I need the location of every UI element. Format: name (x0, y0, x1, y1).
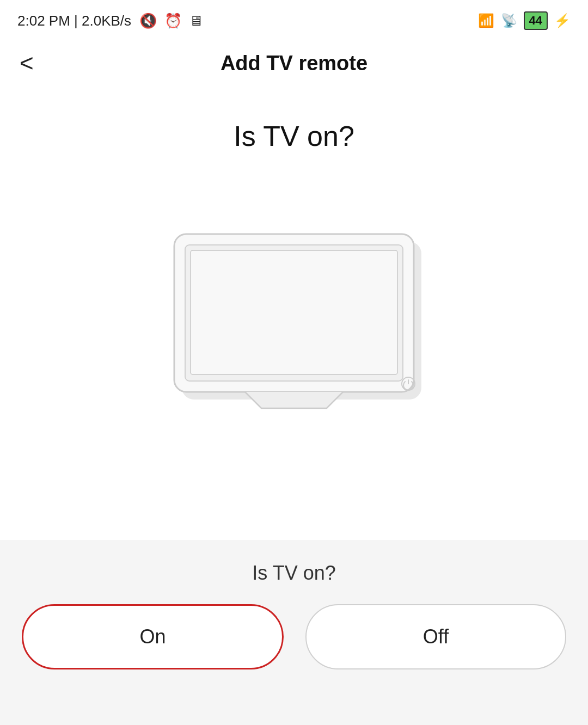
network-speed: | (74, 13, 82, 29)
main-content: Is TV on? (0, 87, 588, 419)
charging-icon: ⚡ (554, 13, 571, 28)
off-button[interactable]: Off (305, 604, 566, 669)
signal-icon: 📶 (478, 13, 494, 28)
battery-display: 44 (524, 11, 548, 30)
on-button[interactable]: On (22, 604, 284, 669)
svg-rect-3 (191, 250, 397, 374)
page-header: < Add TV remote (0, 39, 588, 87)
status-time-network: 2:02 PM | 2.0KB/s 🔇 ⏰ 🖥 (17, 13, 203, 29)
tv-svg (142, 191, 446, 419)
page-title: Add TV remote (220, 52, 367, 75)
status-bar: 2:02 PM | 2.0KB/s 🔇 ⏰ 🖥 📶 📡 44 ⚡ (0, 0, 588, 39)
choice-buttons-row: On Off (22, 604, 566, 669)
tv-illustration (142, 191, 446, 419)
screen-icon: 🖥 (189, 13, 203, 29)
wifi-icon: 📡 (501, 13, 517, 28)
network-speed-value: 2.0KB/s (82, 13, 131, 29)
mute-icon: 🔇 (139, 13, 157, 29)
time-display: 2:02 PM (17, 13, 70, 29)
status-right-icons: 📶 📡 44 ⚡ (478, 11, 571, 30)
main-question: Is TV on? (234, 120, 354, 152)
bottom-question-label: Is TV on? (252, 562, 335, 585)
bottom-section: Is TV on? On Off (0, 540, 588, 725)
alarm-icon: ⏰ (164, 13, 182, 29)
back-button[interactable]: < (20, 51, 34, 75)
